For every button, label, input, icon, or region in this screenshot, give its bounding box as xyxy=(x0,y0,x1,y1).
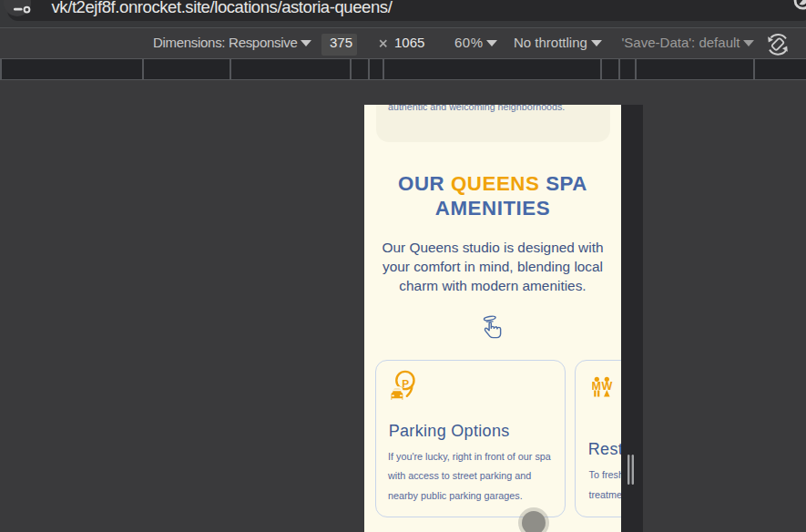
svg-text:P: P xyxy=(402,377,409,390)
svg-text:M: M xyxy=(592,379,601,392)
